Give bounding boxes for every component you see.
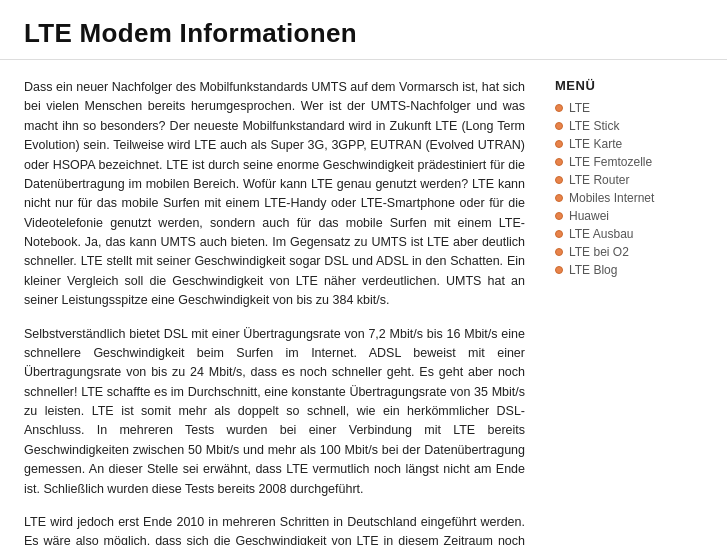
menu-dot-icon — [555, 104, 563, 112]
header-bar: LTE Modem Informationen — [0, 0, 727, 60]
page-wrapper: LTE Modem Informationen Dass ein neuer N… — [0, 0, 727, 545]
menu-link[interactable]: LTE Stick — [569, 119, 619, 133]
menu-dot-icon — [555, 212, 563, 220]
paragraph-2: Selbstverständlich bietet DSL mit einer … — [24, 325, 525, 499]
menu-dot-icon — [555, 230, 563, 238]
menu-dot-icon — [555, 266, 563, 274]
page-title: LTE Modem Informationen — [24, 18, 703, 49]
menu-link[interactable]: LTE bei O2 — [569, 245, 629, 259]
paragraph-3: LTE wird jedoch erst Ende 2010 in mehrer… — [24, 513, 525, 545]
sidebar-menu-item[interactable]: LTE Ausbau — [555, 227, 703, 241]
menu-dot-icon — [555, 176, 563, 184]
sidebar-menu: LTELTE StickLTE KarteLTE FemtozelleLTE R… — [555, 101, 703, 277]
sidebar-title: MENÜ — [555, 78, 703, 93]
menu-link[interactable]: LTE Blog — [569, 263, 617, 277]
sidebar-menu-item[interactable]: LTE Blog — [555, 263, 703, 277]
main-content: Dass ein neuer Nachfolger des Mobilfunks… — [24, 78, 555, 545]
sidebar-menu-item[interactable]: LTE Router — [555, 173, 703, 187]
sidebar-menu-item[interactable]: Huawei — [555, 209, 703, 223]
sidebar-menu-item[interactable]: LTE — [555, 101, 703, 115]
content-area: Dass ein neuer Nachfolger des Mobilfunks… — [0, 60, 727, 545]
menu-dot-icon — [555, 194, 563, 202]
paragraph-1: Dass ein neuer Nachfolger des Mobilfunks… — [24, 78, 525, 311]
sidebar-menu-item[interactable]: Mobiles Internet — [555, 191, 703, 205]
menu-link[interactable]: Huawei — [569, 209, 609, 223]
menu-link[interactable]: Mobiles Internet — [569, 191, 654, 205]
menu-link[interactable]: LTE Ausbau — [569, 227, 634, 241]
menu-dot-icon — [555, 122, 563, 130]
menu-dot-icon — [555, 140, 563, 148]
sidebar-menu-item[interactable]: LTE bei O2 — [555, 245, 703, 259]
menu-link[interactable]: LTE — [569, 101, 590, 115]
sidebar-menu-item[interactable]: LTE Femtozelle — [555, 155, 703, 169]
menu-link[interactable]: LTE Karte — [569, 137, 622, 151]
sidebar: MENÜ LTELTE StickLTE KarteLTE Femtozelle… — [555, 78, 703, 545]
sidebar-menu-item[interactable]: LTE Stick — [555, 119, 703, 133]
menu-dot-icon — [555, 248, 563, 256]
sidebar-menu-item[interactable]: LTE Karte — [555, 137, 703, 151]
menu-link[interactable]: LTE Router — [569, 173, 629, 187]
menu-link[interactable]: LTE Femtozelle — [569, 155, 652, 169]
menu-dot-icon — [555, 158, 563, 166]
